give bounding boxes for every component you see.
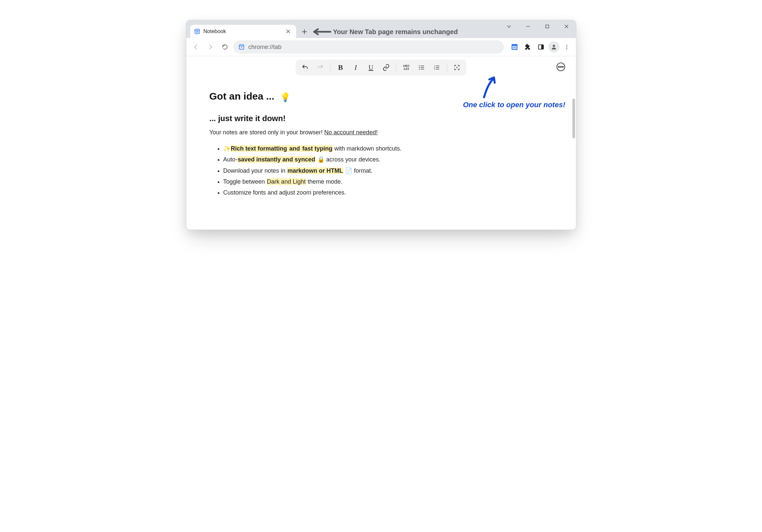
browser-menu-button[interactable] bbox=[561, 41, 573, 53]
subtitle-text: Your notes are stored only in your brows… bbox=[209, 129, 325, 136]
omnibox[interactable]: + chrome://tab bbox=[233, 40, 504, 53]
document-icon: 📄 bbox=[343, 167, 354, 174]
left-arrow-annotation-icon bbox=[311, 28, 331, 36]
link-button[interactable] bbox=[379, 61, 393, 74]
bold-button[interactable]: B bbox=[333, 61, 348, 74]
numbered-list-button[interactable]: 123 bbox=[429, 61, 444, 74]
annotation-text: One click to open your notes! bbox=[463, 101, 565, 109]
redo-button[interactable] bbox=[313, 61, 328, 74]
svg-point-28 bbox=[419, 67, 420, 68]
list-item: ✨Rich text formatting and fast typing wi… bbox=[223, 143, 553, 154]
svg-point-24 bbox=[566, 45, 567, 46]
profile-button[interactable] bbox=[548, 41, 560, 53]
list-item: Toggle between Dark and Light theme mode… bbox=[223, 176, 553, 187]
svg-rect-18 bbox=[512, 45, 516, 46]
feature-list: ✨Rich text formatting and fast typing wi… bbox=[209, 143, 553, 198]
svg-point-29 bbox=[419, 69, 420, 70]
italic-button[interactable]: I bbox=[348, 61, 363, 74]
close-window-button[interactable] bbox=[557, 20, 576, 33]
svg-point-42 bbox=[560, 66, 561, 67]
svg-rect-10 bbox=[546, 25, 549, 28]
svg-point-26 bbox=[566, 48, 567, 49]
list-item: Auto-saved instantly and synced 🔒 across… bbox=[223, 154, 553, 165]
undo-button[interactable] bbox=[298, 61, 312, 74]
list-item: Customize fonts and adjust zoom preferen… bbox=[223, 187, 553, 198]
tab-title: Notebook bbox=[203, 29, 283, 35]
sparkle-icon: ✨ bbox=[223, 145, 231, 152]
window-caption-controls bbox=[499, 20, 576, 33]
highlight: and bbox=[287, 145, 302, 152]
minimize-button[interactable] bbox=[518, 20, 538, 33]
sidepanel-button[interactable] bbox=[535, 41, 547, 53]
notebook-extension-button[interactable] bbox=[508, 41, 520, 53]
heading-2: ... just write it down! bbox=[209, 114, 553, 123]
toolbar-separator bbox=[330, 63, 331, 72]
titlebar: Notebook Your New Tab page remains uncha… bbox=[186, 20, 576, 38]
subtitle-underline: No account needed! bbox=[324, 129, 378, 136]
svg-point-39 bbox=[456, 67, 457, 68]
highlight: markdown or HTML bbox=[287, 167, 343, 174]
editor-toolbar-wrap: B I U ABC123 123 bbox=[186, 56, 576, 77]
focus-mode-button[interactable] bbox=[450, 61, 464, 74]
highlight: Dark and Light bbox=[267, 178, 306, 185]
heading-1-text: Got an idea ... bbox=[209, 91, 274, 102]
browser-window: Notebook Your New Tab page remains uncha… bbox=[186, 20, 576, 230]
editor-more-button[interactable] bbox=[555, 61, 567, 73]
maximize-button[interactable] bbox=[538, 20, 557, 33]
titlebar-hint-text: Your New Tab page remains unchanged bbox=[333, 28, 458, 36]
reload-button[interactable] bbox=[219, 41, 231, 53]
toolbar-separator bbox=[396, 63, 396, 72]
editor-content-area[interactable]: One click to open your notes! Got an ide… bbox=[186, 77, 576, 230]
extensions-button[interactable] bbox=[522, 41, 534, 53]
notebook-favicon-icon bbox=[194, 29, 200, 35]
list-item: Download your notes in markdown or HTML … bbox=[223, 165, 553, 176]
highlight: fast typing bbox=[302, 145, 333, 152]
svg-text:+: + bbox=[241, 46, 242, 49]
tab-close-button[interactable] bbox=[286, 30, 292, 34]
forward-button[interactable] bbox=[204, 41, 217, 53]
character-map-button[interactable]: ABC123 bbox=[399, 61, 414, 74]
editor-toolbar: B I U ABC123 123 bbox=[296, 59, 466, 75]
highlight: saved instantly and synced bbox=[238, 156, 316, 163]
lock-icon: 🔒 bbox=[316, 156, 326, 163]
bullet-list-button[interactable] bbox=[414, 61, 429, 74]
svg-point-27 bbox=[419, 65, 420, 66]
svg-text:3: 3 bbox=[434, 68, 435, 70]
subtitle-line: Your notes are stored only in your brows… bbox=[209, 129, 553, 136]
svg-point-41 bbox=[558, 66, 559, 67]
svg-rect-22 bbox=[541, 45, 543, 49]
svg-point-43 bbox=[562, 66, 563, 67]
highlight: Rich text formatting bbox=[231, 145, 287, 152]
site-info-icon[interactable]: + bbox=[239, 44, 245, 50]
svg-point-23 bbox=[553, 45, 555, 47]
scrollbar-thumb[interactable] bbox=[572, 99, 575, 138]
underline-button[interactable]: U bbox=[364, 61, 378, 74]
toolbar-separator bbox=[447, 63, 447, 72]
back-button[interactable] bbox=[190, 41, 202, 53]
annotation-arrow-icon bbox=[482, 76, 496, 99]
lightbulb-icon: 💡 bbox=[280, 92, 290, 102]
omnibox-url: chrome://tab bbox=[249, 44, 281, 51]
new-tab-button[interactable] bbox=[299, 26, 310, 38]
tab-notebook[interactable]: Notebook bbox=[190, 25, 296, 38]
caption-chevron-button[interactable] bbox=[499, 20, 518, 33]
svg-point-25 bbox=[566, 47, 567, 48]
nav-toolbar: + chrome://tab bbox=[186, 38, 576, 56]
